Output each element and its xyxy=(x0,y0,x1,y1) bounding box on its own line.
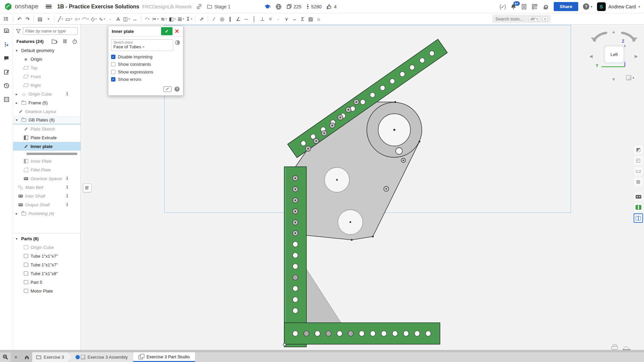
release-tasks-icon[interactable] xyxy=(521,4,527,10)
dimension-tool-button[interactable]: ↔ xyxy=(131,14,139,23)
expand-caret[interactable]: ▾ xyxy=(16,237,21,241)
workspace-location[interactable]: Stage 1 xyxy=(214,4,230,9)
expand-caret[interactable]: ▸ xyxy=(16,92,21,96)
tool-caret-icon[interactable]: ▾ xyxy=(79,17,80,20)
rollback-handle[interactable] xyxy=(27,153,77,155)
feature-item-inter-shaft[interactable]: Inter Shaft⋮ xyxy=(13,192,81,200)
expand-caret[interactable]: ▸ xyxy=(16,101,21,105)
import-tool-button[interactable]: ↧▾ xyxy=(185,14,193,23)
expand-caret[interactable]: ▾ xyxy=(16,118,21,122)
slot-tool-button[interactable]: ◫▾ xyxy=(122,14,131,23)
new-folder-icon[interactable] xyxy=(52,39,58,44)
disable-imprinting-checkbox[interactable]: ✓ xyxy=(111,55,115,59)
view-cube-face[interactable]: Left xyxy=(603,45,625,64)
parallel-constraint-button[interactable]: ∥ xyxy=(227,14,234,23)
transform-tool-button[interactable]: ⇗ xyxy=(198,14,205,23)
tool-caret-icon[interactable]: ▾ xyxy=(191,17,192,20)
tab-exercise-3[interactable]: Exercise 3 xyxy=(32,352,71,362)
point-tool-button[interactable]: ∙ xyxy=(106,14,114,23)
feature-item-origin[interactable]: Origin xyxy=(13,55,81,63)
feature-item-origin-cube[interactable]: ▸Origin Cube⋮ xyxy=(13,90,81,98)
horizontal-constraint-button[interactable]: ─ xyxy=(243,14,250,23)
feature-item-gb-plates-6[interactable]: ▾GB Plates (6) xyxy=(13,116,81,124)
robot-helper-icon[interactable] xyxy=(634,192,643,201)
panel-toggle-icon[interactable] xyxy=(2,14,10,23)
history-icon[interactable] xyxy=(2,82,10,90)
rotate-right-arrow[interactable]: ▶ xyxy=(635,54,638,58)
link-icon[interactable] xyxy=(196,4,202,9)
tool-caret-icon[interactable]: ▾ xyxy=(183,17,184,20)
new-tab-button[interactable]: + xyxy=(11,352,21,362)
feature-item-inner-plate[interactable]: Inner plate xyxy=(13,142,81,151)
search-tools-input[interactable] xyxy=(495,16,526,21)
education-badge-icon[interactable] xyxy=(264,4,271,10)
part-item-tube-1-x1-x7[interactable]: Tube 1"x1"x7" xyxy=(13,252,81,260)
feature-item-inner-plate[interactable]: Inner Plate xyxy=(13,157,81,165)
confirm-button[interactable]: ✓ xyxy=(161,27,172,35)
view-settings-icon[interactable]: ◰ xyxy=(634,156,643,165)
construction-toggle-button[interactable]: ∕ xyxy=(210,14,218,23)
rectangle-tool-button[interactable]: ▭▾ xyxy=(65,14,73,23)
feature-menu-dots[interactable]: ⋮ xyxy=(65,176,69,181)
show-constraints-checkbox[interactable] xyxy=(111,62,115,66)
bottom-scroll-strip[interactable] xyxy=(0,350,644,352)
rollback-bar[interactable] xyxy=(13,151,81,157)
normal-constraint-button[interactable]: ⌣ xyxy=(291,14,298,23)
feature-item-gearbox-layout[interactable]: Gearbox Layout xyxy=(13,107,81,116)
fix-constraint-button[interactable]: ▨ xyxy=(307,14,314,23)
trim-tool-button[interactable]: ✂▾ xyxy=(152,14,159,23)
rotate-down-arrow[interactable]: ▼ xyxy=(611,77,616,82)
feature-menu-dots[interactable]: ⋮ xyxy=(65,92,69,96)
option-show-constraints[interactable]: Show constraints xyxy=(111,61,180,68)
show-constraints-button[interactable]: ☼ xyxy=(315,14,323,23)
mirror-tool-button[interactable]: ◧▾ xyxy=(168,14,176,23)
clear-selection-icon[interactable]: × xyxy=(142,44,171,49)
part-item-tube-1-x1-x8[interactable]: Tube 1"x1"x8" xyxy=(13,269,81,278)
option-show-expressions[interactable]: Show expressions xyxy=(111,68,180,76)
feature-item-gearbox-spacer[interactable]: Gearbox Spacer⋮ xyxy=(13,174,81,183)
feature-item-front[interactable]: Front xyxy=(13,72,81,81)
text-tool-button[interactable]: A xyxy=(114,14,122,23)
redo-button[interactable]: ↷ xyxy=(24,14,31,23)
tool-caret-icon[interactable]: ▾ xyxy=(157,17,159,20)
rollback-stopwatch-icon[interactable] xyxy=(72,39,77,44)
dialog-help-icon[interactable]: ? xyxy=(175,87,180,92)
feature-menu-dots[interactable]: ⋮ xyxy=(65,202,69,207)
feature-item-pocketing-4[interactable]: ▸Pocketing (4) xyxy=(13,209,81,218)
final-state-clock-icon[interactable] xyxy=(175,40,180,45)
copies-stat[interactable]: 225 xyxy=(286,4,301,9)
feature-item-output-shaft[interactable]: Output Shaft⋮ xyxy=(13,200,81,209)
tool-caret-icon[interactable]: ▾ xyxy=(148,17,149,20)
versions-icon[interactable] xyxy=(2,95,10,103)
part-item-motor-plate[interactable]: Motor Plate xyxy=(13,287,81,295)
midpoint-constraint-button[interactable]: ∙ xyxy=(275,14,282,23)
tab-exercise-3-part-studio[interactable]: Exercise 3 Part Studio xyxy=(133,352,195,362)
learning-center-icon[interactable] xyxy=(542,3,549,10)
tool-caret-icon[interactable]: ▾ xyxy=(129,17,130,20)
arc-tool-button[interactable]: ◠▾ xyxy=(82,14,89,23)
offset-tool-button[interactable]: ≋▾ xyxy=(160,14,168,23)
feature-item-main-belt[interactable]: Main Belt⋮ xyxy=(13,183,81,192)
feature-item-frame-5[interactable]: ▸Frame (5) xyxy=(13,98,81,107)
perpendicular-constraint-button[interactable]: ⊥ xyxy=(259,14,266,23)
onshape-logo[interactable]: onshape xyxy=(4,2,38,11)
help-menu[interactable]: ? ▾ xyxy=(583,3,592,10)
docs-blue-icon[interactable] xyxy=(634,213,643,223)
likes-stat[interactable]: 4 xyxy=(326,4,337,10)
docs-green-icon[interactable] xyxy=(634,203,643,212)
polygon-tool-button[interactable]: ◇▾ xyxy=(90,14,97,23)
edit-notes-icon[interactable] xyxy=(2,68,10,76)
tool-caret-icon[interactable]: ▾ xyxy=(165,17,167,20)
tool-caret-icon[interactable]: ▾ xyxy=(104,17,105,20)
show-expressions-checkbox[interactable] xyxy=(111,70,115,74)
print-3d-icon[interactable] xyxy=(611,346,618,350)
parts-header-row[interactable]: ▾ Parts (6) xyxy=(13,234,81,243)
rotate-left-arrow[interactable]: ◀ xyxy=(589,54,593,58)
tool-caret-icon[interactable]: ▾ xyxy=(62,17,63,20)
feature-item-top[interactable]: Top xyxy=(13,63,81,72)
feature-item-plate-extrude[interactable]: Plate Extrude xyxy=(13,133,81,142)
suppress-pause-icon[interactable] xyxy=(63,39,67,44)
feature-list-icon[interactable] xyxy=(2,27,10,35)
coincident-constraint-button[interactable]: ⋎ xyxy=(283,14,290,23)
line-tool-button[interactable]: ╱▾ xyxy=(57,14,64,23)
